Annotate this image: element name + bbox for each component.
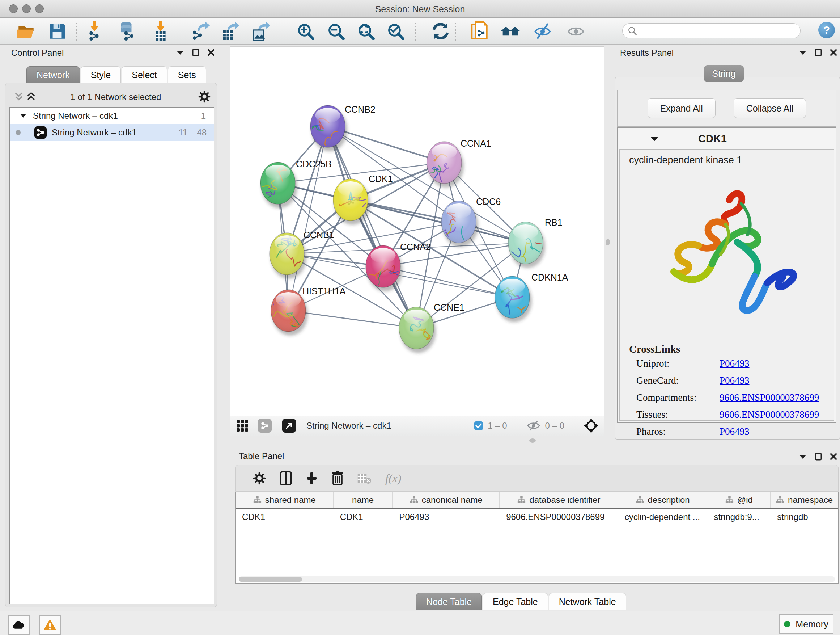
home-icon[interactable] [500,21,521,42]
maximize-panel-icon[interactable] [192,49,199,57]
delete-column-icon[interactable] [332,471,343,486]
network-node-HIST1H1A[interactable] [271,290,308,336]
tab-select[interactable]: Select [122,66,167,83]
selected-checkbox-icon[interactable] [474,421,483,431]
show-columns-icon[interactable] [279,471,292,486]
cloud-status-button[interactable] [8,615,30,635]
tab-sets[interactable]: Sets [168,66,206,83]
export-table-icon[interactable] [220,21,241,42]
tab-network[interactable]: Network [27,66,80,83]
birds-eye-grid-icon[interactable] [236,420,248,432]
collection-expand-icon[interactable] [20,113,27,119]
column-header-shared-name[interactable]: shared name [235,492,333,508]
network-node-CCNA2[interactable] [366,245,405,301]
edge-CCNB2-CCNE1[interactable] [328,126,416,328]
shared-column-icon [636,496,644,504]
network-options-gear-icon[interactable] [198,90,210,103]
create-column-icon[interactable] [306,471,318,485]
cell[interactable]: P06493 [393,509,500,525]
network-node-CCNA1[interactable] [424,141,464,187]
export-network-icon[interactable] [190,21,211,42]
tab-string[interactable]: String [704,65,744,82]
column-header-database-identifier[interactable]: database identifier [500,492,618,508]
cell[interactable]: 9606.ENSP00000378699 [500,509,618,525]
crosslink-link[interactable]: 9606.ENSP00000378699 [720,392,819,403]
cell[interactable]: CDK1 [235,509,333,525]
zoom-selected-icon[interactable] [385,21,406,42]
import-network-from-database-icon[interactable] [117,21,137,42]
table-hscrollbar-thumb[interactable] [239,577,302,582]
network-canvas[interactable]: CCNB2CCNA1CDC25BCDK1CDC6RB1CCNB1CCNA2CDK… [230,46,604,416]
expand-all-networks-icon[interactable] [26,91,36,103]
float-panel-icon[interactable] [799,50,807,55]
column-header-canonical-name[interactable]: canonical name [393,492,500,508]
crosslink-link[interactable]: 9606.ENSP00000378699 [720,409,819,420]
memory-label: Memory [796,619,828,630]
warnings-button[interactable] [39,615,61,635]
table-hscrollbar[interactable] [239,576,835,582]
cell[interactable]: stringdb [771,509,838,525]
hide-selected-icon[interactable] [532,21,553,42]
table-row[interactable]: CDK1CDK1P064939606.ENSP00000378699cyclin… [235,509,838,525]
search-input[interactable] [637,25,790,36]
fit-selected-crosshair-icon[interactable] [584,418,599,433]
import-table-from-file-icon[interactable] [150,21,171,42]
tab-network-table[interactable]: Network Table [549,593,626,610]
column-header-@id[interactable]: @id [707,492,771,508]
gene-collapse-icon[interactable] [651,136,658,141]
cell[interactable]: stringdb:9... [707,509,771,525]
close-panel-icon[interactable] [830,49,837,56]
tab-edge-table[interactable]: Edge Table [483,593,548,610]
crosslink-link[interactable]: P06493 [720,358,750,369]
network-row-selected[interactable]: String Network – cdk1 11 48 [10,124,214,141]
network-node-CCNB1[interactable] [270,233,306,279]
maximize-panel-icon[interactable] [815,453,822,461]
table-options-gear-icon[interactable] [253,472,266,485]
float-panel-icon[interactable] [176,50,184,55]
panel-splitter-handle[interactable] [606,239,610,245]
crosslink-link[interactable]: P06493 [720,375,750,386]
tab-node-table[interactable]: Node Table [416,593,482,610]
collapse-all-networks-icon[interactable] [14,91,24,103]
network-node-CDC6[interactable] [439,201,481,248]
collapse-all-button[interactable]: Collapse All [734,98,806,118]
tab-style[interactable]: Style [81,66,121,83]
network-node-CCNB2[interactable] [302,105,347,152]
open-session-icon[interactable] [16,21,36,42]
save-session-icon[interactable] [47,21,68,42]
network-node-CDK1[interactable] [333,179,370,225]
float-panel-icon[interactable] [799,454,807,459]
cell[interactable]: cyclin-dependent ... [618,509,707,525]
crosslink-link[interactable]: P06493 [720,426,750,437]
cell[interactable]: CDK1 [333,509,393,525]
network-node-RB1[interactable] [507,222,546,270]
update-view-icon[interactable] [430,21,451,42]
maximize-panel-icon[interactable] [815,49,822,57]
import-network-from-file-icon[interactable] [85,21,106,42]
show-all-icon[interactable] [565,21,586,42]
memory-button[interactable]: Memory [779,614,834,634]
close-panel-icon[interactable] [830,453,837,460]
node-label: CCNB1 [303,230,334,240]
table-splitter-handle[interactable] [529,439,536,443]
zoom-fit-content-icon[interactable] [355,21,376,42]
network-collection-row[interactable]: String Network – cdk1 1 [10,108,214,124]
expand-all-button[interactable]: Expand All [647,98,715,118]
zoom-in-icon[interactable] [295,21,316,42]
open-in-window-icon[interactable] [282,419,296,432]
close-panel-icon[interactable] [207,49,215,56]
network-node-CDC25B[interactable] [261,162,297,212]
clone-network-icon[interactable] [470,21,491,42]
string-view-icon[interactable] [258,419,272,432]
network-node-CDKN1A[interactable] [495,276,532,323]
toolbar-search[interactable] [622,23,801,38]
column-header-description[interactable]: description [618,492,707,508]
zoom-out-icon[interactable] [325,21,346,42]
column-header-name[interactable]: name [333,492,393,508]
column-header-namespace[interactable]: namespace [771,492,838,508]
status-bar: Memory [0,611,840,635]
export-image-icon[interactable] [251,21,272,42]
help-button[interactable]: ? [818,22,835,38]
gene-section-header[interactable]: CDK1 [618,128,835,149]
network-node-CCNE1[interactable] [399,307,436,353]
